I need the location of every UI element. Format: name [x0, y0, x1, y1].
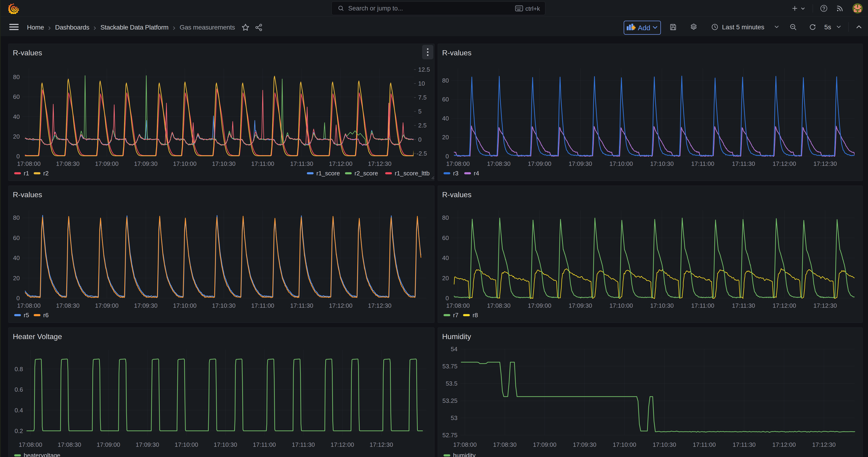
svg-text:r8: r8	[473, 312, 478, 318]
svg-text:53.25: 53.25	[442, 397, 458, 404]
svg-text:0.8: 0.8	[14, 366, 23, 373]
svg-text:-2.5: -2.5	[416, 150, 427, 157]
svg-text:20: 20	[13, 275, 20, 282]
svg-text:17:12:00: 17:12:00	[329, 302, 352, 309]
svg-text:r2: r2	[43, 170, 49, 177]
svg-text:r4: r4	[474, 170, 479, 177]
svg-text:17:10:00: 17:10:00	[609, 160, 633, 167]
svg-text:17:08:00: 17:08:00	[17, 160, 40, 167]
svg-text:17:12:30: 17:12:30	[813, 160, 837, 167]
svg-text:r2_score: r2_score	[354, 170, 378, 177]
svg-text:17:10:30: 17:10:30	[214, 441, 237, 448]
svg-text:60: 60	[13, 93, 20, 100]
svg-text:17:11:30: 17:11:30	[290, 302, 313, 309]
svg-text:0: 0	[418, 136, 422, 143]
svg-text:17:09:30: 17:09:30	[568, 160, 592, 167]
svg-text:0: 0	[17, 295, 20, 302]
svg-text:17:09:30: 17:09:30	[568, 302, 592, 309]
svg-text:17:12:00: 17:12:00	[329, 160, 352, 167]
svg-text:17:08:30: 17:08:30	[493, 441, 517, 448]
svg-text:17:11:00: 17:11:00	[691, 302, 714, 309]
svg-text:r6: r6	[43, 312, 49, 318]
svg-text:17:12:00: 17:12:00	[772, 160, 796, 167]
svg-text:17:08:00: 17:08:00	[446, 160, 470, 167]
svg-text:17:09:00: 17:09:00	[95, 160, 119, 167]
svg-text:0.2: 0.2	[14, 427, 23, 434]
svg-text:17:08:00: 17:08:00	[446, 302, 470, 309]
svg-text:r1: r1	[24, 170, 29, 177]
svg-text:17:10:00: 17:10:00	[175, 441, 198, 448]
svg-text:60: 60	[442, 235, 449, 241]
svg-text:17:10:30: 17:10:30	[212, 302, 236, 309]
svg-text:17:12:30: 17:12:30	[368, 160, 392, 167]
svg-text:0: 0	[17, 153, 20, 160]
svg-text:0: 0	[445, 153, 449, 160]
svg-text:17:10:00: 17:10:00	[173, 302, 196, 309]
svg-text:17:09:30: 17:09:30	[573, 441, 596, 448]
svg-text:53: 53	[451, 415, 458, 421]
svg-text:R-values: R-values	[13, 49, 42, 57]
svg-text:60: 60	[13, 235, 20, 241]
svg-text:17:08:30: 17:08:30	[56, 302, 80, 309]
svg-text:humidity: humidity	[453, 452, 475, 457]
svg-text:53.5: 53.5	[445, 380, 458, 387]
svg-text:20: 20	[442, 134, 449, 141]
svg-text:17:11:30: 17:11:30	[733, 441, 756, 448]
svg-text:20: 20	[13, 133, 20, 140]
svg-text:7.5: 7.5	[418, 94, 427, 101]
svg-text:40: 40	[442, 254, 449, 262]
svg-text:Humidity: Humidity	[442, 332, 471, 341]
svg-text:17:11:00: 17:11:00	[251, 160, 274, 167]
svg-text:0.6: 0.6	[14, 386, 23, 393]
svg-text:17:10:00: 17:10:00	[173, 160, 196, 167]
svg-text:17:10:30: 17:10:30	[650, 302, 674, 309]
svg-text:R-values: R-values	[442, 190, 471, 199]
svg-text:r5: r5	[24, 312, 29, 318]
svg-text:60: 60	[442, 96, 449, 103]
svg-text:17:08:30: 17:08:30	[56, 160, 80, 167]
svg-text:Heater Voltage: Heater Voltage	[13, 332, 62, 341]
svg-text:17:10:00: 17:10:00	[609, 302, 633, 309]
svg-text:17:09:00: 17:09:00	[528, 160, 551, 167]
svg-text:10: 10	[418, 80, 425, 87]
svg-text:40: 40	[442, 115, 449, 122]
svg-text:17:09:30: 17:09:30	[134, 302, 157, 309]
svg-text:r1_score: r1_score	[316, 170, 340, 177]
svg-text:17:08:00: 17:08:00	[17, 302, 40, 309]
svg-text:17:12:30: 17:12:30	[370, 441, 393, 448]
svg-text:17:08:30: 17:08:30	[487, 160, 510, 167]
svg-text:20: 20	[442, 275, 449, 282]
svg-text:17:12:00: 17:12:00	[772, 441, 796, 448]
svg-text:0.4: 0.4	[14, 407, 23, 414]
svg-text:40: 40	[13, 254, 20, 262]
svg-text:80: 80	[442, 214, 449, 221]
svg-text:17:09:00: 17:09:00	[97, 441, 120, 448]
svg-text:17:11:00: 17:11:00	[693, 441, 716, 448]
svg-text:80: 80	[442, 77, 449, 84]
svg-text:17:09:30: 17:09:30	[135, 441, 159, 448]
svg-text:17:09:30: 17:09:30	[134, 160, 157, 167]
svg-text:17:10:00: 17:10:00	[613, 441, 636, 448]
svg-text:54: 54	[451, 345, 458, 353]
svg-text:17:09:00: 17:09:00	[528, 302, 551, 309]
svg-text:r3: r3	[453, 170, 458, 177]
svg-text:80: 80	[13, 214, 20, 221]
svg-text:17:11:30: 17:11:30	[290, 160, 313, 167]
svg-text:17:08:00: 17:08:00	[453, 441, 476, 448]
svg-text:53.75: 53.75	[442, 363, 458, 370]
svg-text:17:11:30: 17:11:30	[292, 441, 315, 448]
svg-text:17:10:30: 17:10:30	[652, 441, 676, 448]
svg-text:12.5: 12.5	[418, 66, 430, 73]
svg-text:5: 5	[418, 108, 422, 115]
svg-text:17:11:00: 17:11:00	[251, 302, 274, 309]
svg-text:17:08:00: 17:08:00	[19, 441, 42, 448]
svg-text:r7: r7	[453, 312, 458, 318]
svg-text:17:11:30: 17:11:30	[732, 160, 755, 167]
svg-text:17:12:00: 17:12:00	[331, 441, 354, 448]
svg-text:40: 40	[13, 113, 20, 120]
svg-text:17:11:30: 17:11:30	[732, 302, 755, 309]
svg-text:r1_score_lttb: r1_score_lttb	[395, 170, 430, 177]
svg-text:17:10:30: 17:10:30	[212, 160, 236, 167]
svg-text:17:09:00: 17:09:00	[533, 441, 557, 448]
svg-text:0: 0	[445, 295, 449, 302]
